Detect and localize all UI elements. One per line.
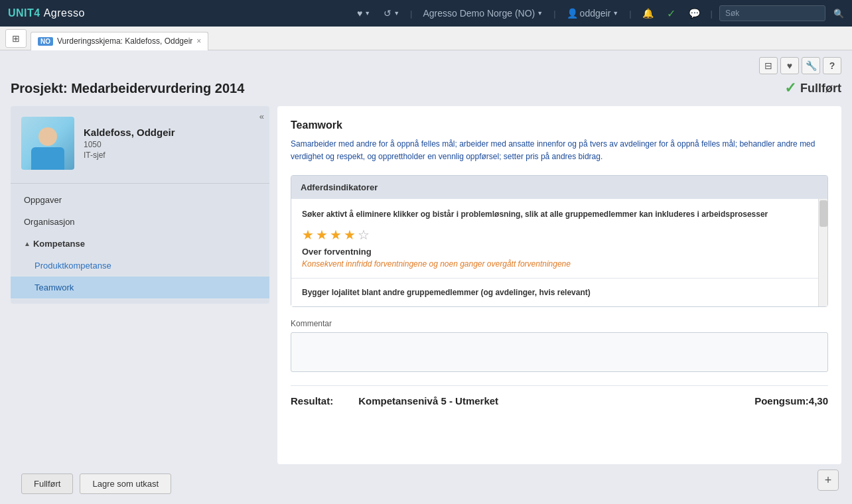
- fullfort-check-icon: ✓: [784, 80, 796, 97]
- fullfort-status: ✓ Fullført: [784, 80, 841, 97]
- company-label: Agresso Demo Norge (NO): [423, 8, 535, 19]
- poengsum-value: Poengsum:4,30: [754, 395, 828, 407]
- person-info: Kaldefoss, Oddgeir 1050 IT-sjef: [11, 106, 269, 184]
- panels-row: « Kaldefoss, Oddgeir 1050 IT-sjef: [11, 106, 841, 464]
- tab-close-btn[interactable]: ×: [196, 36, 201, 46]
- user-menu-btn[interactable]: 👤 oddgeir ▼: [563, 7, 623, 20]
- scroll-indicator: [818, 199, 827, 306]
- app-logo: UNIT4 Agresso: [8, 7, 85, 19]
- tab-vurderingsskjema[interactable]: NO Vurderingsskjema: Kaldefoss, Oddgeir …: [31, 32, 208, 50]
- nav-item-oppgaver[interactable]: Oppgaver: [11, 189, 269, 211]
- avatar-head: [38, 127, 57, 146]
- nav-item-kompetanse[interactable]: ▲ Kompetanse: [11, 233, 269, 255]
- nav-item-teamwork[interactable]: Teamwork: [11, 277, 269, 298]
- user-label: oddgeir: [580, 8, 611, 19]
- project-title-row: Prosjekt: Medarbeidervurdering 2014 ✓ Fu…: [11, 80, 841, 97]
- star-2[interactable]: ★: [316, 227, 328, 243]
- favorites-dropdown-arrow: ▼: [364, 10, 370, 17]
- nav-arrow-kompetanse: ▲: [24, 240, 31, 247]
- stars-row[interactable]: ★ ★ ★ ★ ☆: [302, 227, 817, 243]
- nav-label-produktkompetanse: Produktkompetanse: [35, 261, 111, 271]
- nav-label-organisasjon: Organisasjon: [24, 217, 75, 227]
- messages-btn[interactable]: 💬: [685, 7, 704, 20]
- nav-divider2: |: [553, 9, 555, 19]
- resultat-value: Kompetansenivå 5 - Utmerket: [358, 395, 735, 407]
- adferds-header: Adferdsindikatorer: [291, 176, 827, 199]
- company-dropdown-arrow: ▼: [537, 10, 543, 17]
- adferds-content: Søker aktivt å eliminere klikker og bist…: [291, 199, 827, 306]
- history-nav-btn[interactable]: ↺ ▼: [380, 7, 403, 20]
- project-title: Prosjekt: Medarbeidervurdering 2014: [11, 81, 244, 96]
- person-id: 1050: [84, 140, 175, 149]
- lagre-utkast-button[interactable]: Lagre som utkast: [80, 473, 171, 494]
- user-icon: 👤: [567, 8, 578, 19]
- rating-desc: Konsekvent innfridd forventningene og no…: [302, 259, 817, 269]
- adferds-item-2: Bygger lojalitet blant andre gruppemedle…: [291, 279, 827, 306]
- star-5[interactable]: ☆: [358, 227, 370, 243]
- search-icon: 🔍: [833, 9, 844, 19]
- resultat-row: Resultat: Kompetansenivå 5 - Utmerket Po…: [291, 385, 828, 409]
- favorites-nav-btn[interactable]: ♥ ▼: [353, 7, 374, 20]
- nav-divider: |: [410, 9, 412, 19]
- chat-icon: 💬: [689, 8, 700, 19]
- tab-bar: ⊞ NO Vurderingsskjema: Kaldefoss, Oddgei…: [0, 27, 852, 50]
- person-role: IT-sjef: [84, 151, 175, 160]
- fullfort-label: Fullført: [800, 82, 841, 95]
- nav-divider3: |: [629, 9, 631, 19]
- star-3[interactable]: ★: [330, 227, 342, 243]
- fullfort-button[interactable]: Fullført: [21, 473, 73, 494]
- wrench-icon: 🔧: [806, 60, 817, 71]
- panel-toggle-btn[interactable]: ⊟: [759, 57, 778, 74]
- main-content: ⊟ ♥ 🔧 ? Prosjekt: Medarbeidervurdering 2…: [0, 50, 852, 504]
- kommentar-label: Kommentar: [291, 319, 828, 328]
- section-description: Samarbeider med andre for å oppnå felles…: [291, 138, 828, 163]
- nav-item-produktkompetanse[interactable]: Produktkompetanse: [11, 255, 269, 277]
- tab-badge: NO: [38, 37, 53, 46]
- bottom-buttons: Fullført Lagre som utkast: [11, 464, 841, 503]
- avatar: [21, 117, 74, 170]
- star-1[interactable]: ★: [302, 227, 314, 243]
- scroll-thumb: [819, 200, 827, 227]
- nav-label-kompetanse: Kompetanse: [33, 239, 85, 249]
- resultat-label: Resultat:: [291, 395, 333, 407]
- star-4[interactable]: ★: [344, 227, 356, 243]
- history-icon: ↺: [384, 8, 391, 19]
- history-dropdown-arrow: ▼: [393, 10, 399, 17]
- heart-toolbar-icon: ♥: [787, 60, 792, 71]
- top-navigation: UNIT4 Agresso ♥ ▼ ↺ ▼ | Agresso Demo Nor…: [0, 0, 852, 27]
- checkmark-icon: ✓: [667, 7, 675, 20]
- adferds-item-1: Søker aktivt å eliminere klikker og bist…: [291, 199, 827, 279]
- company-selector-btn[interactable]: Agresso Demo Norge (NO) ▼: [419, 7, 547, 20]
- nav-label-teamwork: Teamwork: [35, 283, 74, 292]
- indicator1-text: Søker aktivt å eliminere klikker og bist…: [302, 208, 817, 220]
- nav-item-organisasjon[interactable]: Organisasjon: [11, 211, 269, 233]
- grid-icon: ⊞: [12, 33, 20, 44]
- search-input[interactable]: [719, 5, 825, 21]
- nav-items: Oppgaver Organisasjon ▲ Kompetanse Produ…: [11, 184, 269, 304]
- add-button[interactable]: +: [817, 470, 839, 491]
- notifications-btn[interactable]: 🔔: [638, 7, 658, 20]
- grid-menu-btn[interactable]: ⊞: [5, 29, 27, 48]
- person-name: Kaldefoss, Oddgeir: [84, 127, 175, 138]
- tab-label: Vurderingsskjema: Kaldefoss, Oddgeir: [57, 36, 192, 46]
- rating-label: Over forventning: [302, 247, 817, 257]
- help-icon: ?: [829, 60, 835, 71]
- avatar-figure: [28, 125, 68, 170]
- logo-unit4: UNIT4: [8, 7, 40, 19]
- plus-icon: +: [825, 473, 832, 487]
- help-btn[interactable]: ?: [823, 57, 841, 74]
- toolbar-icons: ⊟ ♥ 🔧 ?: [11, 57, 841, 74]
- collapse-panel-btn[interactable]: «: [259, 111, 264, 121]
- favorite-btn[interactable]: ♥: [780, 57, 799, 74]
- panel-icon: ⊟: [764, 60, 772, 71]
- person-details: Kaldefoss, Oddgeir 1050 IT-sjef: [84, 127, 175, 160]
- avatar-body: [31, 147, 64, 170]
- section-title: Teamwork: [291, 119, 828, 131]
- adferds-box: Adferdsindikatorer Søker aktivt å elimin…: [291, 175, 828, 307]
- kommentar-input[interactable]: [291, 332, 828, 372]
- nav-label-oppgaver: Oppgaver: [24, 195, 62, 205]
- logo-agresso: Agresso: [44, 7, 85, 19]
- settings-btn[interactable]: 🔧: [802, 57, 820, 74]
- tasks-btn[interactable]: ✓: [663, 6, 679, 21]
- nav-divider4: |: [711, 9, 713, 19]
